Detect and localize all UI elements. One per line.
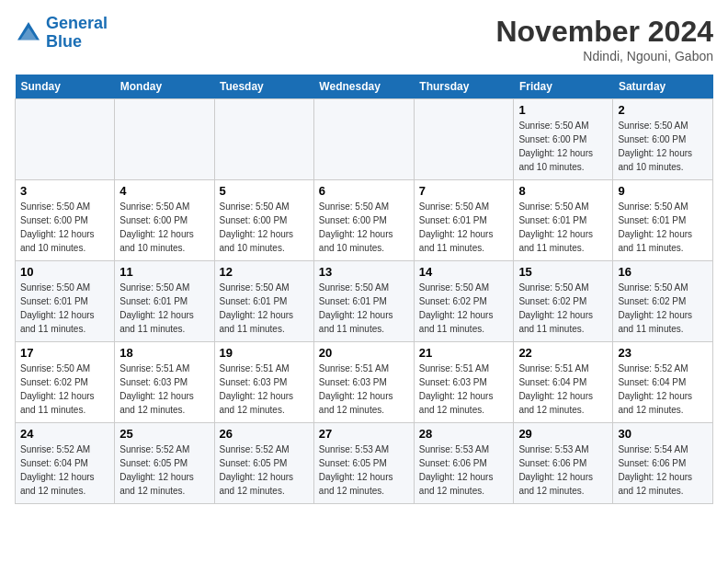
day-number: 26 (220, 427, 309, 441)
day-info: Sunrise: 5:50 AM Sunset: 6:01 PM Dayligh… (20, 281, 109, 336)
day-info: Sunrise: 5:50 AM Sunset: 6:02 PM Dayligh… (20, 362, 109, 417)
day-number: 30 (618, 427, 708, 441)
day-number: 10 (20, 265, 109, 279)
calendar-day-cell: 26Sunrise: 5:52 AM Sunset: 6:05 PM Dayli… (214, 423, 313, 504)
calendar-day-cell: 10Sunrise: 5:50 AM Sunset: 6:01 PM Dayli… (16, 261, 115, 342)
day-number: 24 (20, 427, 109, 441)
day-info: Sunrise: 5:50 AM Sunset: 6:01 PM Dayligh… (618, 200, 708, 255)
day-info: Sunrise: 5:51 AM Sunset: 6:03 PM Dayligh… (419, 362, 509, 417)
calendar-day-cell: 4Sunrise: 5:50 AM Sunset: 6:00 PM Daylig… (115, 180, 214, 261)
calendar-day-cell: 11Sunrise: 5:50 AM Sunset: 6:01 PM Dayli… (115, 261, 214, 342)
day-number: 15 (518, 265, 608, 279)
day-info: Sunrise: 5:51 AM Sunset: 6:03 PM Dayligh… (319, 362, 409, 417)
logo-icon (15, 19, 42, 47)
calendar-day-cell: 30Sunrise: 5:54 AM Sunset: 6:06 PM Dayli… (613, 423, 713, 504)
day-number: 8 (518, 184, 608, 198)
day-number: 18 (119, 346, 209, 360)
month-title: November 2024 (495, 15, 713, 49)
calendar-day-cell: 23Sunrise: 5:52 AM Sunset: 6:04 PM Dayli… (613, 342, 713, 423)
day-number: 27 (319, 427, 409, 441)
day-info: Sunrise: 5:52 AM Sunset: 6:05 PM Dayligh… (119, 442, 209, 498)
calendar-week-row: 1Sunrise: 5:50 AM Sunset: 6:00 PM Daylig… (16, 99, 713, 180)
day-number: 4 (119, 184, 209, 198)
calendar-day-cell: 21Sunrise: 5:51 AM Sunset: 6:03 PM Dayli… (414, 342, 514, 423)
day-number: 16 (618, 265, 708, 279)
day-info: Sunrise: 5:51 AM Sunset: 6:04 PM Dayligh… (518, 362, 608, 417)
day-header-wednesday: Wednesday (313, 75, 414, 99)
calendar-day-cell: 12Sunrise: 5:50 AM Sunset: 6:01 PM Dayli… (214, 261, 313, 342)
calendar-day-cell: 25Sunrise: 5:52 AM Sunset: 6:05 PM Dayli… (115, 423, 214, 504)
calendar-week-row: 10Sunrise: 5:50 AM Sunset: 6:01 PM Dayli… (16, 261, 713, 342)
calendar-day-cell (414, 99, 514, 180)
day-info: Sunrise: 5:52 AM Sunset: 6:05 PM Dayligh… (220, 442, 309, 498)
logo-line1: General (46, 14, 108, 32)
day-number: 28 (419, 427, 509, 441)
calendar-day-cell: 7Sunrise: 5:50 AM Sunset: 6:01 PM Daylig… (414, 180, 514, 261)
calendar-day-cell (313, 99, 414, 180)
calendar-day-cell: 1Sunrise: 5:50 AM Sunset: 6:00 PM Daylig… (514, 99, 613, 180)
calendar-day-cell: 19Sunrise: 5:51 AM Sunset: 6:03 PM Dayli… (214, 342, 313, 423)
day-number: 6 (319, 184, 409, 198)
calendar-day-cell: 5Sunrise: 5:50 AM Sunset: 6:00 PM Daylig… (214, 180, 313, 261)
day-info: Sunrise: 5:50 AM Sunset: 6:01 PM Dayligh… (319, 281, 409, 336)
day-info: Sunrise: 5:50 AM Sunset: 6:01 PM Dayligh… (518, 200, 608, 255)
day-number: 21 (419, 346, 509, 360)
day-number: 14 (419, 265, 509, 279)
logo-text: General Blue (46, 15, 108, 52)
day-info: Sunrise: 5:52 AM Sunset: 6:04 PM Dayligh… (618, 362, 708, 417)
title-block: November 2024 Ndindi, Ngouni, Gabon (495, 15, 713, 63)
calendar-day-cell: 3Sunrise: 5:50 AM Sunset: 6:00 PM Daylig… (16, 180, 115, 261)
calendar-day-cell: 28Sunrise: 5:53 AM Sunset: 6:06 PM Dayli… (414, 423, 514, 504)
day-info: Sunrise: 5:53 AM Sunset: 6:06 PM Dayligh… (419, 442, 509, 498)
day-number: 2 (618, 103, 708, 117)
location-subtitle: Ndindi, Ngouni, Gabon (495, 49, 713, 63)
calendar-day-cell: 8Sunrise: 5:50 AM Sunset: 6:01 PM Daylig… (514, 180, 613, 261)
day-number: 12 (220, 265, 309, 279)
day-number: 5 (220, 184, 309, 198)
day-number: 11 (119, 265, 209, 279)
calendar-day-cell: 9Sunrise: 5:50 AM Sunset: 6:01 PM Daylig… (613, 180, 713, 261)
day-info: Sunrise: 5:51 AM Sunset: 6:03 PM Dayligh… (220, 362, 309, 417)
calendar-day-cell (16, 99, 115, 180)
calendar-week-row: 24Sunrise: 5:52 AM Sunset: 6:04 PM Dayli… (16, 423, 713, 504)
day-info: Sunrise: 5:51 AM Sunset: 6:03 PM Dayligh… (119, 362, 209, 417)
logo-line2: Blue (46, 32, 82, 51)
calendar-day-cell: 24Sunrise: 5:52 AM Sunset: 6:04 PM Dayli… (16, 423, 115, 504)
calendar-day-cell: 29Sunrise: 5:53 AM Sunset: 6:06 PM Dayli… (514, 423, 613, 504)
day-info: Sunrise: 5:52 AM Sunset: 6:04 PM Dayligh… (20, 442, 109, 498)
logo: General Blue (15, 15, 108, 52)
calendar-day-cell (214, 99, 313, 180)
day-number: 1 (518, 103, 608, 117)
calendar-day-cell: 20Sunrise: 5:51 AM Sunset: 6:03 PM Dayli… (313, 342, 414, 423)
day-info: Sunrise: 5:53 AM Sunset: 6:06 PM Dayligh… (518, 442, 608, 498)
calendar-day-cell: 18Sunrise: 5:51 AM Sunset: 6:03 PM Dayli… (115, 342, 214, 423)
day-info: Sunrise: 5:50 AM Sunset: 6:01 PM Dayligh… (220, 281, 309, 336)
calendar-week-row: 3Sunrise: 5:50 AM Sunset: 6:00 PM Daylig… (16, 180, 713, 261)
calendar-day-cell: 17Sunrise: 5:50 AM Sunset: 6:02 PM Dayli… (16, 342, 115, 423)
day-header-sunday: Sunday (16, 75, 115, 99)
day-number: 23 (618, 346, 708, 360)
day-info: Sunrise: 5:53 AM Sunset: 6:05 PM Dayligh… (319, 442, 409, 498)
day-number: 3 (20, 184, 109, 198)
day-info: Sunrise: 5:50 AM Sunset: 6:02 PM Dayligh… (518, 281, 608, 336)
day-number: 13 (319, 265, 409, 279)
day-header-saturday: Saturday (613, 75, 713, 99)
day-header-thursday: Thursday (414, 75, 514, 99)
day-info: Sunrise: 5:50 AM Sunset: 6:00 PM Dayligh… (319, 200, 409, 255)
calendar-week-row: 17Sunrise: 5:50 AM Sunset: 6:02 PM Dayli… (16, 342, 713, 423)
day-header-friday: Friday (514, 75, 613, 99)
calendar-day-cell: 27Sunrise: 5:53 AM Sunset: 6:05 PM Dayli… (313, 423, 414, 504)
day-info: Sunrise: 5:50 AM Sunset: 6:02 PM Dayligh… (618, 281, 708, 336)
calendar-header-row: SundayMondayTuesdayWednesdayThursdayFrid… (16, 75, 713, 99)
calendar-table: SundayMondayTuesdayWednesdayThursdayFrid… (15, 75, 713, 504)
day-header-tuesday: Tuesday (214, 75, 313, 99)
day-info: Sunrise: 5:50 AM Sunset: 6:00 PM Dayligh… (20, 200, 109, 255)
day-number: 22 (518, 346, 608, 360)
day-info: Sunrise: 5:50 AM Sunset: 6:00 PM Dayligh… (220, 200, 309, 255)
calendar-day-cell: 2Sunrise: 5:50 AM Sunset: 6:00 PM Daylig… (613, 99, 713, 180)
day-info: Sunrise: 5:54 AM Sunset: 6:06 PM Dayligh… (618, 442, 708, 498)
day-info: Sunrise: 5:50 AM Sunset: 6:01 PM Dayligh… (119, 281, 209, 336)
day-info: Sunrise: 5:50 AM Sunset: 6:02 PM Dayligh… (419, 281, 509, 336)
day-number: 25 (119, 427, 209, 441)
calendar-day-cell: 15Sunrise: 5:50 AM Sunset: 6:02 PM Dayli… (514, 261, 613, 342)
